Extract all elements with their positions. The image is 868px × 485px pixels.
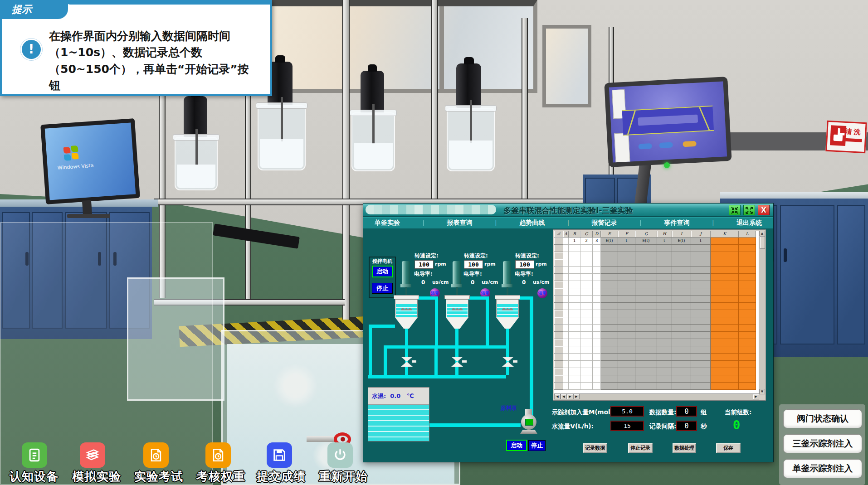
table-cell[interactable]: [563, 303, 569, 310]
table-cell[interactable]: [672, 346, 691, 354]
table-cell[interactable]: [711, 259, 739, 267]
menu-exit-system[interactable]: 退出系统: [736, 219, 762, 227]
table-cell[interactable]: [635, 368, 657, 375]
table-cell[interactable]: t: [657, 238, 672, 245]
menu-alarm-log[interactable]: 报警记录: [592, 219, 617, 227]
table-cell[interactable]: [691, 317, 711, 325]
table-cell[interactable]: [635, 281, 657, 288]
table-cell[interactable]: [601, 361, 618, 368]
table-cell[interactable]: [593, 245, 601, 252]
table-cell[interactable]: [635, 332, 657, 339]
table-cell[interactable]: [593, 310, 601, 317]
table-cell[interactable]: [569, 267, 580, 274]
table-cell[interactable]: [618, 317, 635, 325]
table-cell[interactable]: [672, 267, 691, 274]
feed-pump-icon[interactable]: [520, 409, 538, 436]
table-cell[interactable]: [711, 361, 739, 368]
table-cell[interactable]: [593, 383, 601, 390]
table-cell[interactable]: [601, 339, 618, 346]
table-cell[interactable]: [569, 281, 580, 288]
menu-report-query[interactable]: 报表查询: [447, 219, 473, 227]
desktop-monitor[interactable]: Windows Vista: [40, 118, 140, 204]
table-cell[interactable]: [739, 361, 756, 368]
table-cell[interactable]: [580, 296, 593, 303]
table-cell[interactable]: [580, 346, 593, 354]
table-cell[interactable]: [691, 383, 711, 390]
table-cell[interactable]: [657, 303, 672, 310]
table-cell[interactable]: [672, 281, 691, 288]
touchscreen-monitor[interactable]: [604, 77, 731, 167]
table-cell[interactable]: t: [691, 238, 711, 245]
table-cell[interactable]: [618, 310, 635, 317]
table-cell[interactable]: [569, 354, 580, 361]
table-cell[interactable]: [563, 346, 569, 354]
maximize-button[interactable]: [743, 205, 755, 215]
table-cell[interactable]: [691, 339, 711, 346]
table-cell[interactable]: [601, 325, 618, 332]
table-cell[interactable]: [593, 267, 601, 274]
table-cell[interactable]: [711, 281, 739, 288]
table-cell[interactable]: [563, 259, 569, 267]
table-cell[interactable]: [711, 267, 739, 274]
table-cell[interactable]: [672, 310, 691, 317]
table-cell[interactable]: [580, 375, 593, 383]
table-cell[interactable]: [635, 288, 657, 296]
table-cell[interactable]: [563, 245, 569, 252]
table-cell[interactable]: [691, 303, 711, 310]
table-cell[interactable]: [601, 252, 618, 259]
save-floppy-icon[interactable]: [267, 442, 292, 468]
table-cell[interactable]: [691, 259, 711, 267]
table-cell[interactable]: [672, 375, 691, 383]
table-cell[interactable]: [635, 317, 657, 325]
table-cell[interactable]: [635, 310, 657, 317]
valve-status-confirm-button[interactable]: 阀门状态确认: [783, 409, 862, 428]
table-cell[interactable]: [711, 303, 739, 310]
table-cell[interactable]: [569, 274, 580, 281]
table-cell[interactable]: [618, 368, 635, 375]
table-cell[interactable]: [563, 281, 569, 288]
table-cell[interactable]: [739, 274, 756, 281]
table-cell[interactable]: [593, 339, 601, 346]
table-cell[interactable]: [563, 368, 569, 375]
table-cell[interactable]: [711, 317, 739, 325]
table-cell[interactable]: [601, 267, 618, 274]
table-cell[interactable]: [672, 339, 691, 346]
table-cell[interactable]: [569, 368, 580, 375]
pump-start-button[interactable]: 启动: [506, 440, 527, 451]
table-cell[interactable]: [618, 332, 635, 339]
table-cell[interactable]: [672, 245, 691, 252]
table-cell[interactable]: [580, 267, 593, 274]
table-cell[interactable]: [635, 375, 657, 383]
reactor-motor[interactable]: [456, 63, 481, 108]
table-cell[interactable]: [691, 354, 711, 361]
table-cell[interactable]: [563, 288, 569, 296]
table-cell[interactable]: [657, 332, 672, 339]
table-cell[interactable]: [593, 296, 601, 303]
stir-motor-stop-button[interactable]: 停止: [372, 283, 393, 294]
table-cell[interactable]: [580, 361, 593, 368]
table-cell[interactable]: [563, 332, 569, 339]
table-cell[interactable]: [739, 317, 756, 325]
table-cell[interactable]: [672, 288, 691, 296]
table-cell[interactable]: [593, 281, 601, 288]
table-cell[interactable]: [569, 296, 580, 303]
table-cell[interactable]: [580, 325, 593, 332]
table-cell[interactable]: [691, 281, 711, 288]
table-cell[interactable]: 3: [593, 238, 601, 245]
table-cell[interactable]: [618, 274, 635, 281]
table-cell[interactable]: E(t): [601, 238, 618, 245]
table-cell[interactable]: [593, 346, 601, 354]
table-cell[interactable]: [711, 354, 739, 361]
table-cell[interactable]: [739, 303, 756, 310]
table-cell[interactable]: [618, 245, 635, 252]
table-cell[interactable]: [635, 303, 657, 310]
table-cell[interactable]: [618, 296, 635, 303]
table-cell[interactable]: [711, 252, 739, 259]
table-cell[interactable]: [601, 346, 618, 354]
speed-input[interactable]: [464, 260, 483, 269]
table-cell[interactable]: [691, 346, 711, 354]
table-cell[interactable]: [672, 259, 691, 267]
reactor-vessel[interactable]: [447, 108, 495, 171]
table-cell[interactable]: [635, 296, 657, 303]
table-cell[interactable]: [691, 245, 711, 252]
